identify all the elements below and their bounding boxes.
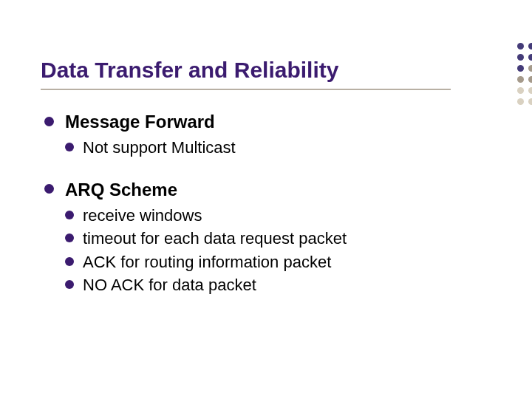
dot-icon	[517, 76, 524, 83]
list-item: timeout for each data request packet	[65, 228, 473, 249]
list-item: ACK for routing information packet	[65, 252, 473, 273]
title-underline	[41, 89, 451, 90]
dot-icon	[517, 98, 524, 105]
list-item: receive windows	[65, 205, 473, 226]
dot-icon	[517, 54, 524, 61]
dot-icon	[528, 43, 532, 50]
dot-icon	[528, 54, 532, 61]
dot-icon	[528, 98, 532, 105]
list-item: NO ACK for data packet	[65, 275, 473, 296]
section-heading: ARQ Scheme	[44, 179, 473, 201]
spacer	[44, 161, 473, 179]
section-heading: Message Forward	[44, 111, 473, 133]
dot-icon	[528, 87, 532, 94]
slide: Data Transfer and Reliability Message Fo…	[0, 0, 532, 399]
slide-title: Data Transfer and Reliability	[41, 58, 338, 83]
content-body: Message Forward Not support Multicast AR…	[44, 111, 473, 299]
dot-icon	[528, 76, 532, 83]
dot-icon	[528, 65, 532, 72]
list-item: Not support Multicast	[65, 137, 473, 158]
dot-icon	[517, 87, 524, 94]
dot-icon	[517, 43, 524, 50]
dot-icon	[517, 65, 524, 72]
